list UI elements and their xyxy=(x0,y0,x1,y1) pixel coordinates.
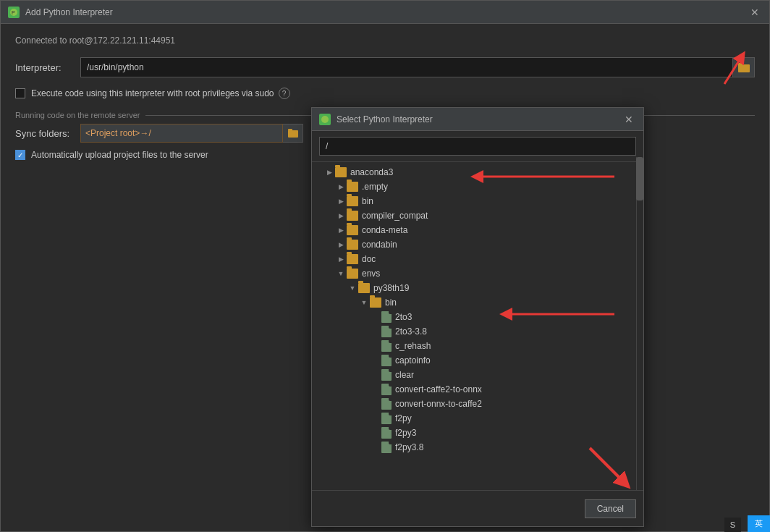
folder-icon xyxy=(347,269,358,279)
folder-icon xyxy=(347,225,358,235)
tree-toggle-icon[interactable]: ▶ xyxy=(335,181,347,193)
folder-icon xyxy=(347,240,358,250)
interpreter-input[interactable] xyxy=(80,57,733,77)
app-icon: P xyxy=(8,7,20,18)
svg-rect-3 xyxy=(738,63,743,66)
file-item[interactable]: c_rehash xyxy=(312,339,643,353)
folder-item[interactable]: ▶conda-meta xyxy=(312,223,643,237)
file-item[interactable]: f2py3 xyxy=(312,426,643,440)
dialog-footer: Cancel xyxy=(312,490,643,526)
tree-item-label: f2py3 xyxy=(395,428,416,438)
file-item[interactable]: clear xyxy=(312,368,643,382)
tree-item-label: bin xyxy=(362,196,373,206)
interpreter-row: Interpreter: xyxy=(15,57,755,77)
svg-rect-5 xyxy=(288,129,292,131)
file-item[interactable]: 2to3-3.8 xyxy=(312,324,643,339)
tree-toggle-icon[interactable]: ▶ xyxy=(335,210,347,221)
folder-item[interactable]: ▶bin xyxy=(312,194,643,208)
help-icon[interactable]: ? xyxy=(279,88,290,99)
file-item[interactable]: f2py xyxy=(312,411,643,426)
folder-item[interactable]: ▶.empty xyxy=(312,180,643,194)
tree-toggle-icon[interactable]: ▶ xyxy=(323,166,335,178)
file-item[interactable]: f2py3.8 xyxy=(312,440,643,455)
folder-item[interactable]: ▶compiler_compat xyxy=(312,208,643,223)
folder-item[interactable]: ▶condabin xyxy=(312,237,643,252)
tree-item-label: condabin xyxy=(362,240,397,250)
sync-folder-button[interactable] xyxy=(283,124,303,143)
file-icon xyxy=(381,311,392,323)
file-item[interactable]: convert-caffe2-to-onnx xyxy=(312,382,643,397)
connection-info: Connected to root@172.22.121.11:44951 xyxy=(15,35,755,46)
folder-icon xyxy=(335,167,347,177)
main-dialog-close-button[interactable]: ✕ xyxy=(748,5,762,20)
tree-toggle-icon[interactable]: ▼ xyxy=(358,297,370,308)
tree-item-label: conda-meta xyxy=(362,225,407,235)
file-icon xyxy=(381,326,392,337)
file-item[interactable]: convert-onnx-to-caffe2 xyxy=(312,397,643,411)
path-input[interactable] xyxy=(319,137,636,156)
file-icon xyxy=(381,427,392,439)
select-dialog-titlebar: Select Python Interpreter ✕ xyxy=(312,108,643,131)
tree-item-label: c_rehash xyxy=(395,341,431,351)
folder-item[interactable]: ▼envs xyxy=(312,266,643,281)
tree-item-label: py38th19 xyxy=(373,283,409,293)
tree-item-label: f2py3.8 xyxy=(395,442,423,452)
file-icon xyxy=(381,340,392,352)
svg-point-8 xyxy=(321,116,329,123)
scrollbar-thumb[interactable] xyxy=(636,157,643,200)
sudo-checkbox[interactable] xyxy=(15,88,25,98)
tree-toggle-icon[interactable]: ▶ xyxy=(335,253,347,265)
folder-icon xyxy=(347,196,358,206)
main-dialog-titlebar: P Add Python Interpreter ✕ xyxy=(1,1,769,24)
tree-item-label: convert-onnx-to-caffe2 xyxy=(395,399,482,409)
tree-toggle-icon[interactable]: ▶ xyxy=(335,195,347,207)
folder-icon xyxy=(347,254,358,264)
tree-item-label: compiler_compat xyxy=(362,211,428,221)
file-icon xyxy=(381,369,392,381)
taskbar-element: 英 xyxy=(748,515,770,532)
upload-label: Automatically upload project files to th… xyxy=(31,150,208,160)
select-dialog: Select Python Interpreter ✕ ▶anaconda3▶.… xyxy=(311,107,644,527)
folder-item[interactable]: ▼py38th19 xyxy=(312,281,643,295)
sudo-label: Execute code using this interpreter with… xyxy=(31,88,274,98)
folder-icon xyxy=(347,182,358,192)
file-icon xyxy=(381,442,392,453)
cancel-button[interactable]: Cancel xyxy=(585,499,636,518)
tree-item-label: bin xyxy=(385,297,397,308)
tree-item-label: 2to3-3.8 xyxy=(395,326,427,337)
tree-item-label: 2to3 xyxy=(395,312,412,322)
file-item[interactable]: captoinfo xyxy=(312,353,643,368)
tree-item-label: captoinfo xyxy=(395,355,431,366)
interpreter-label: Interpreter: xyxy=(15,62,80,73)
select-dialog-title: Select Python Interpreter xyxy=(337,114,622,124)
file-tree: ▶anaconda3▶.empty▶bin▶compiler_compat▶co… xyxy=(312,162,643,508)
select-dialog-close-button[interactable]: ✕ xyxy=(622,112,636,127)
upload-checkbox[interactable]: ✓ xyxy=(15,150,25,160)
folder-item[interactable]: ▼bin xyxy=(312,295,643,310)
tree-item-label: clear xyxy=(395,370,414,380)
folder-icon xyxy=(370,297,381,308)
select-dialog-path-row xyxy=(312,131,643,162)
folder-item[interactable]: ▶anaconda3 xyxy=(312,165,643,180)
tree-toggle-icon[interactable]: ▼ xyxy=(335,268,347,279)
folder-item[interactable]: ▶doc xyxy=(312,252,643,266)
file-icon xyxy=(381,384,392,395)
tree-toggle-icon[interactable]: ▶ xyxy=(335,239,347,250)
interpreter-folder-button[interactable] xyxy=(733,57,755,77)
tree-item-label: doc xyxy=(362,254,376,264)
tree-item-label: .empty xyxy=(362,182,388,192)
tree-item-label: convert-caffe2-to-onnx xyxy=(395,384,482,394)
scrollbar-track[interactable] xyxy=(636,157,643,490)
sync-input[interactable] xyxy=(80,124,283,143)
select-dialog-icon xyxy=(319,114,331,125)
tree-toggle-icon[interactable]: ▶ xyxy=(335,224,347,236)
tree-item-label: anaconda3 xyxy=(350,167,393,177)
file-item[interactable]: 2to3 xyxy=(312,310,643,324)
sync-label: Sync folders: xyxy=(15,128,80,139)
tree-toggle-icon[interactable]: ▼ xyxy=(347,282,358,294)
taskbar-element-2: S xyxy=(724,518,741,532)
svg-text:P: P xyxy=(12,10,15,15)
file-icon xyxy=(381,355,392,366)
file-icon xyxy=(381,398,392,410)
folder-icon xyxy=(358,283,370,293)
